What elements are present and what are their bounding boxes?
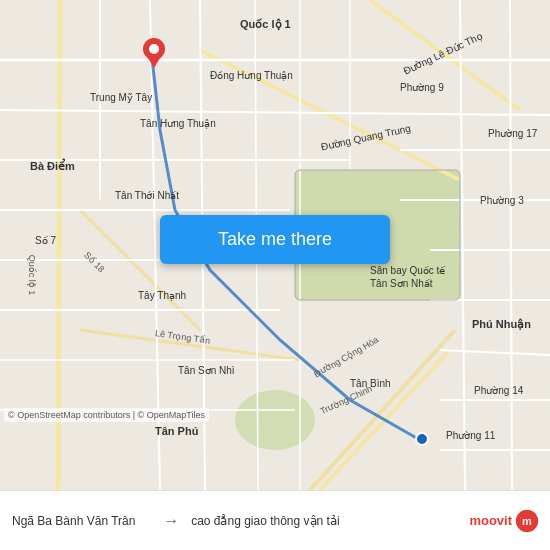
route-arrow: → (163, 512, 179, 530)
button-container: Take me there (130, 215, 420, 264)
map-container: Quốc lộ 1 Đường Lê Đức Thọ Phường 9 Đồng… (0, 0, 550, 490)
route-to-label: cao đẳng giao thông vận tải (191, 514, 469, 528)
moovit-logo: moovit m (469, 510, 538, 532)
origin-dot (415, 432, 429, 446)
bottom-bar: Ngã Ba Bành Văn Trân → cao đẳng giao thô… (0, 490, 550, 550)
svg-marker-36 (148, 58, 160, 68)
moovit-brand-name: moovit (469, 513, 512, 528)
moovit-icon: m (516, 510, 538, 532)
take-me-there-button[interactable]: Take me there (160, 215, 390, 264)
destination-pin (143, 38, 163, 62)
map-attribution: © OpenStreetMap contributors | © OpenMap… (4, 408, 209, 422)
route-from-label: Ngã Ba Bành Văn Trân (12, 514, 151, 528)
svg-text:m: m (522, 515, 532, 527)
svg-point-2 (235, 390, 315, 450)
svg-point-35 (149, 44, 159, 54)
